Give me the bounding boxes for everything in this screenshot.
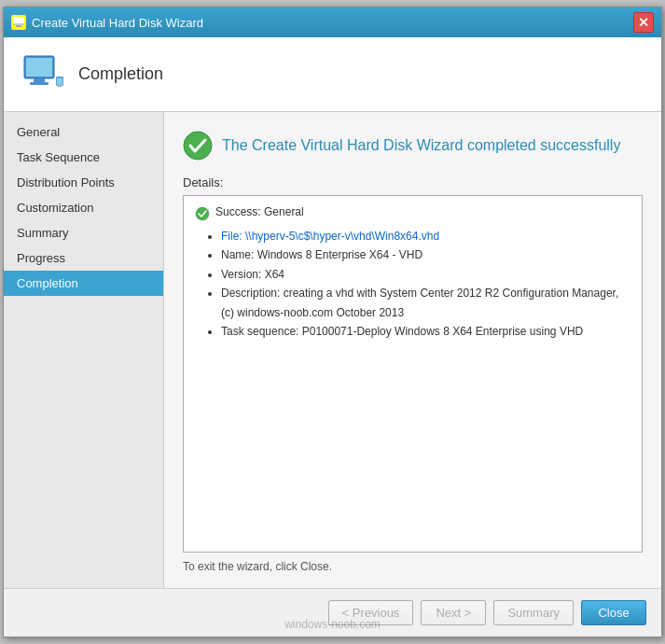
title-bar-left: Create Virtual Hard Disk Wizard: [11, 15, 203, 30]
details-success-row: Success: General: [195, 205, 630, 221]
success-message: The Create Virtual Hard Disk Wizard comp…: [222, 137, 620, 154]
next-button[interactable]: Next >: [421, 600, 486, 625]
list-item: Version: X64: [221, 265, 630, 284]
sidebar-item-progress[interactable]: Progress: [4, 245, 163, 271]
sidebar-item-distribution-points[interactable]: Distribution Points: [4, 170, 163, 195]
detail-task-sequence: Task sequence: P0100071-Deploy Windows 8…: [221, 325, 583, 338]
sidebar-item-task-sequence[interactable]: Task Sequence: [4, 145, 163, 170]
details-label: Details:: [183, 175, 643, 189]
sidebar: General Task Sequence Distribution Point…: [4, 112, 164, 588]
svg-rect-6: [30, 82, 48, 85]
svg-rect-5: [34, 78, 45, 82]
sidebar-item-customization[interactable]: Customization: [4, 195, 163, 220]
details-box: Success: General File: \\hyperv-5\c$\hyp…: [183, 195, 643, 553]
svg-rect-1: [13, 23, 24, 25]
svg-rect-2: [16, 25, 21, 27]
header-computer-icon: [19, 50, 67, 99]
success-checkmark-icon: [183, 131, 213, 161]
content-area: The Create Virtual Hard Disk Wizard comp…: [164, 112, 661, 588]
close-button[interactable]: Close: [581, 600, 646, 625]
details-success-label: Success: General: [215, 205, 304, 218]
details-list: File: \\hyperv-5\c$\hyper-v\vhd\Win8x64.…: [195, 227, 630, 341]
window-title: Create Virtual Hard Disk Wizard: [32, 16, 203, 30]
svg-rect-4: [26, 58, 52, 77]
svg-point-11: [196, 207, 209, 220]
close-window-button[interactable]: ✕: [633, 12, 654, 33]
wizard-step-title: Completion: [78, 64, 163, 84]
sidebar-item-summary[interactable]: Summary: [4, 220, 163, 245]
summary-button[interactable]: Summary: [493, 600, 574, 625]
success-small-icon: [195, 206, 210, 221]
detail-description: Description: creating a vhd with System …: [221, 287, 618, 318]
sidebar-item-completion[interactable]: Completion: [4, 271, 163, 296]
app-icon: [11, 15, 26, 30]
svg-point-10: [184, 132, 212, 160]
svg-rect-8: [57, 78, 62, 85]
list-item: Task sequence: P0100071-Deploy Windows 8…: [221, 322, 630, 341]
list-item: Name: Windows 8 Enterprise X64 - VHD: [221, 245, 630, 264]
detail-version: Version: X64: [221, 268, 284, 281]
footer-note: To exit the wizard, click Close.: [183, 560, 643, 573]
wizard-header: Completion: [4, 37, 661, 112]
main-content: General Task Sequence Distribution Point…: [4, 112, 661, 588]
svg-rect-9: [58, 85, 62, 87]
previous-button[interactable]: < Previous: [328, 600, 414, 625]
list-item: Description: creating a vhd with System …: [221, 284, 630, 322]
sidebar-item-general[interactable]: General: [4, 119, 163, 145]
list-item: File: \\hyperv-5\c$\hyper-v\vhd\Win8x64.…: [221, 227, 630, 245]
title-bar: Create Virtual Hard Disk Wizard ✕: [4, 7, 661, 37]
detail-name: Name: Windows 8 Enterprise X64 - VHD: [221, 248, 423, 261]
success-banner: The Create Virtual Hard Disk Wizard comp…: [183, 131, 643, 161]
bottom-bar: windows-noob.com < Previous Next > Summa…: [4, 588, 661, 637]
wizard-window: Create Virtual Hard Disk Wizard ✕ Comple…: [3, 7, 662, 637]
detail-file: File: \\hyperv-5\c$\hyper-v\vhd\Win8x64.…: [221, 230, 439, 243]
